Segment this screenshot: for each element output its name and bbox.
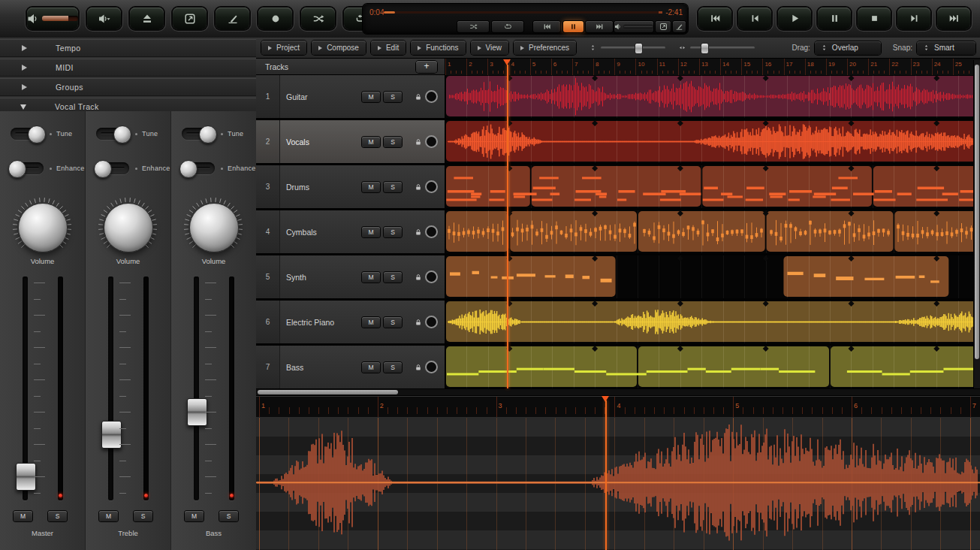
- track-info[interactable]: 3DrumsMS: [256, 165, 445, 208]
- snap-mode-dropdown[interactable]: Smart: [917, 41, 975, 55]
- track-lane-canvas[interactable]: [445, 210, 980, 253]
- enhance-toggle[interactable]: [96, 162, 129, 174]
- fader-handle[interactable]: [187, 398, 207, 426]
- track-mute-button[interactable]: M: [362, 227, 380, 237]
- track-lane[interactable]: [445, 120, 980, 163]
- display-volume-button[interactable]: [614, 21, 653, 32]
- track-lane-canvas[interactable]: [445, 120, 980, 163]
- toolbar-volume-slider[interactable]: [42, 16, 78, 21]
- panel-tempo[interactable]: Tempo: [0, 39, 256, 57]
- pause-button[interactable]: [818, 8, 851, 29]
- track-lane-canvas[interactable]: [445, 165, 980, 208]
- volume-knob[interactable]: [104, 203, 153, 252]
- fader-handle[interactable]: [101, 421, 122, 449]
- shuffle-button[interactable]: [301, 8, 335, 29]
- display-loop-button[interactable]: [492, 21, 523, 32]
- v-zoom-thumb[interactable]: [635, 43, 643, 54]
- tune-toggle[interactable]: [96, 128, 129, 140]
- track-lane[interactable]: [445, 255, 980, 298]
- track-info[interactable]: 2VocalsMS: [256, 120, 445, 163]
- track-info[interactable]: 4CymbalsMS: [256, 210, 445, 253]
- skip-start-button[interactable]: [698, 8, 731, 29]
- lock-icon[interactable]: [415, 138, 422, 146]
- solo-button[interactable]: S: [48, 511, 67, 521]
- display-pause-button[interactable]: [563, 21, 583, 32]
- record-arm-button[interactable]: [425, 90, 438, 103]
- track-solo-button[interactable]: S: [384, 227, 402, 237]
- toggle-knob[interactable]: [179, 160, 198, 178]
- record-arm-button[interactable]: [425, 135, 438, 148]
- panel-groups[interactable]: Groups: [0, 78, 256, 96]
- next-button[interactable]: [897, 8, 930, 29]
- pen-tool-button[interactable]: [216, 8, 249, 29]
- track-mute-button[interactable]: M: [362, 272, 380, 283]
- eject-button[interactable]: [130, 8, 164, 29]
- track-mute-button[interactable]: M: [362, 92, 380, 102]
- display-volume-slider[interactable]: [623, 25, 653, 29]
- track-info[interactable]: 5SynthMS: [256, 255, 445, 298]
- mute-button[interactable]: M: [185, 511, 204, 521]
- record-arm-button[interactable]: [425, 270, 438, 283]
- record-arm-button[interactable]: [425, 361, 438, 373]
- track-mute-button[interactable]: M: [362, 182, 380, 192]
- track-info[interactable]: 7BassMS: [256, 346, 445, 388]
- track-solo-button[interactable]: S: [384, 362, 402, 373]
- menu-edit[interactable]: Edit: [371, 41, 406, 55]
- track-solo-button[interactable]: S: [384, 182, 402, 192]
- song-progress-bar[interactable]: [384, 11, 662, 14]
- track-lane[interactable]: [445, 210, 980, 253]
- track-lane-canvas[interactable]: [445, 255, 980, 298]
- track-lane-canvas[interactable]: [445, 346, 980, 388]
- volume-knob[interactable]: [18, 203, 68, 252]
- add-track-button[interactable]: +: [416, 61, 437, 73]
- menu-functions[interactable]: Functions: [411, 41, 465, 55]
- track-lane[interactable]: [445, 301, 980, 343]
- master-volume-button[interactable]: [27, 8, 78, 29]
- display-pen-tool-button[interactable]: [673, 21, 686, 32]
- fader-handle[interactable]: [16, 463, 36, 491]
- display-external-window-button[interactable]: [656, 21, 671, 32]
- menu-project[interactable]: Project: [261, 41, 306, 55]
- play-button[interactable]: [778, 8, 811, 29]
- fader-track[interactable]: [194, 277, 199, 500]
- toggle-knob[interactable]: [8, 160, 26, 178]
- toggle-knob[interactable]: [28, 125, 46, 144]
- track-mute-button[interactable]: M: [362, 137, 380, 147]
- mute-button[interactable]: M: [99, 511, 118, 521]
- mute-button[interactable]: M: [14, 511, 32, 521]
- track-solo-button[interactable]: S: [384, 137, 402, 147]
- track-info[interactable]: 1GuitarMS: [256, 75, 445, 118]
- h-zoom-thumb[interactable]: [701, 43, 709, 54]
- toggle-knob[interactable]: [113, 125, 131, 144]
- track-mute-button[interactable]: M: [362, 362, 380, 373]
- lock-icon[interactable]: [415, 228, 422, 236]
- menu-view[interactable]: View: [471, 41, 509, 55]
- toggle-knob[interactable]: [199, 125, 217, 144]
- track-lane-canvas[interactable]: [445, 301, 980, 343]
- menu-compose[interactable]: Compose: [312, 41, 366, 55]
- lock-icon[interactable]: [415, 273, 422, 281]
- record-arm-button[interactable]: [425, 316, 438, 328]
- track-info[interactable]: 6Electric PianoMS: [256, 301, 445, 343]
- track-lane[interactable]: [445, 75, 980, 118]
- tune-toggle[interactable]: [11, 128, 44, 140]
- lock-icon[interactable]: [415, 364, 422, 371]
- overview-waveform[interactable]: [256, 418, 980, 550]
- fader-track[interactable]: [108, 277, 113, 500]
- h-scroll-thumb[interactable]: [258, 390, 398, 394]
- lock-icon[interactable]: [415, 93, 422, 101]
- skip-end-button[interactable]: [937, 8, 970, 29]
- stop-button[interactable]: [858, 8, 891, 29]
- display-previous-button[interactable]: [533, 21, 560, 32]
- record-arm-button[interactable]: [425, 225, 438, 238]
- display-shuffle-button[interactable]: [457, 21, 489, 32]
- drag-mode-dropdown[interactable]: Overlap: [815, 41, 881, 55]
- timeline-ruler[interactable]: 1234567891011121314151617181920212223242…: [445, 59, 980, 75]
- panel-midi[interactable]: MIDI: [0, 59, 256, 77]
- previous-button[interactable]: [738, 8, 771, 29]
- audio-output-button[interactable]: [87, 8, 121, 29]
- track-lane[interactable]: [445, 346, 980, 388]
- track-solo-button[interactable]: S: [384, 272, 402, 283]
- display-next-button[interactable]: [586, 21, 613, 32]
- toggle-knob[interactable]: [94, 160, 112, 178]
